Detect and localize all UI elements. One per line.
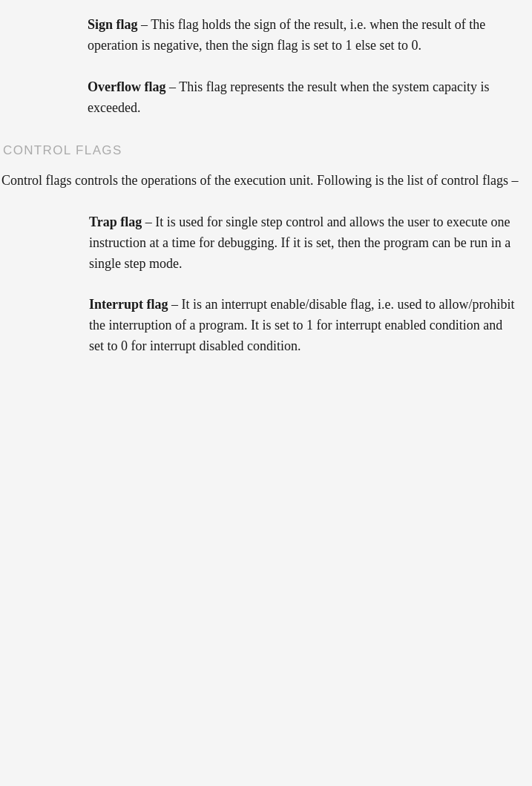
control-flags-list: Trap flag – It is used for single step c… [1,212,525,357]
trap-flag-text: Trap flag – It is used for single step c… [89,212,517,275]
trap-flag-dash: – [145,214,156,229]
page-content: Sign flag – This flag holds the sign of … [0,15,532,357]
sign-flag-section: Sign flag – This flag holds the sign of … [0,15,532,119]
sign-flag-text: Sign flag – This flag holds the sign of … [88,15,525,56]
sign-flag-entry: Sign flag – This flag holds the sign of … [88,15,525,56]
overflow-flag-dash: – [169,79,179,94]
interrupt-flag-text: Interrupt flag – It is an interrupt enab… [89,295,517,357]
sign-flag-name: Sign flag [88,17,138,32]
interrupt-flag-dash: – [171,297,182,312]
control-flags-intro: Control flags controls the operations of… [1,171,525,191]
interrupt-flag-name: Interrupt flag [89,297,168,312]
trap-flag-name: Trap flag [89,214,142,229]
control-flags-section: CONTROL FLAGS Control flags controls the… [0,141,532,358]
overflow-flag-entry: Overflow flag – This flag represents the… [88,77,525,119]
trap-flag-entry: Trap flag – It is used for single step c… [89,212,517,275]
overflow-flag-name: Overflow flag [88,79,165,94]
control-flags-heading: CONTROL FLAGS [1,141,525,160]
overflow-flag-text: Overflow flag – This flag represents the… [88,77,525,119]
interrupt-flag-entry: Interrupt flag – It is an interrupt enab… [89,295,517,357]
sign-flag-dash: – [141,17,151,32]
